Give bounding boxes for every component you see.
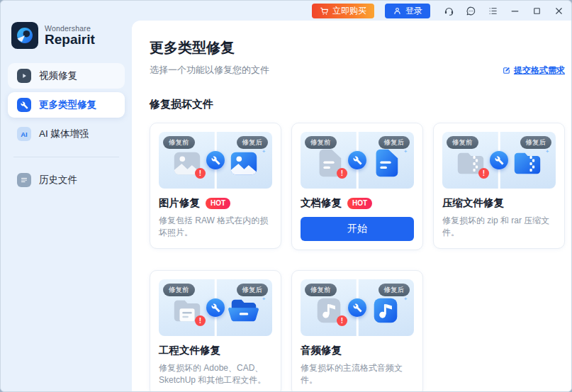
- message-icon[interactable]: [465, 5, 476, 16]
- error-badge-icon: !: [337, 315, 347, 326]
- card-title: 文档修复: [301, 196, 342, 210]
- title-bar: 立即购买 登录: [1, 1, 571, 21]
- sparkle-icon: ✦: [403, 149, 408, 154]
- repaired-file-icon: [228, 147, 260, 179]
- sidebar-item-label: 更多类型修复: [39, 99, 96, 111]
- hot-badge: HOT: [206, 198, 230, 209]
- before-badge: 修复前: [305, 136, 337, 149]
- app-window: 立即购买 登录 Wondershare Repairit: [0, 0, 572, 392]
- cart-icon: [320, 6, 329, 16]
- sidebar-divider: [13, 157, 119, 157]
- wrench-icon: [348, 151, 366, 169]
- wrench-icon: [17, 98, 31, 112]
- sidebar-item-history-list[interactable]: 历史文件: [8, 167, 125, 193]
- repairit-logo-icon: [11, 22, 38, 49]
- error-badge-icon: !: [195, 315, 206, 326]
- maximize-icon[interactable]: [531, 5, 542, 16]
- edit-icon: [502, 66, 511, 75]
- wrench-icon: [348, 298, 366, 317]
- before-after-preview: 修复前 修复后 ! ✦ ✦: [442, 132, 556, 189]
- after-badge: 修复后: [378, 136, 410, 149]
- format-request-link[interactable]: 提交格式需求: [502, 65, 565, 77]
- page-title: 更多类型修复: [150, 38, 269, 57]
- login-button[interactable]: 登录: [385, 4, 430, 18]
- sidebar-item-ai[interactable]: AI AI 媒体增强: [8, 121, 125, 147]
- repaired-file-icon: [228, 294, 260, 327]
- before-after-preview: 修复前 修复后 ! ✦ ✦: [159, 132, 272, 189]
- history-list-icon: [17, 173, 31, 187]
- start-button[interactable]: 开始: [301, 217, 414, 241]
- sidebar-item-label: 视频修复: [39, 69, 77, 82]
- before-badge: 修复前: [163, 284, 195, 296]
- wrench-icon: [206, 151, 225, 169]
- before-badge: 修复前: [447, 136, 478, 149]
- sidebar-item-label: AI 媒体增强: [39, 128, 89, 140]
- brand: Wondershare Repairit: [11, 22, 132, 49]
- close-icon[interactable]: [553, 5, 564, 16]
- buy-now-button[interactable]: 立即购买: [312, 4, 374, 18]
- after-badge: 修复后: [378, 284, 410, 296]
- repair-card-document[interactable]: 修复前 修复后 ! ✦ ✦ 文档修复 HOT: [291, 123, 423, 250]
- section-title: 修复损坏文件: [150, 98, 563, 111]
- wrench-icon: [206, 298, 225, 317]
- repair-card-image[interactable]: 修复前 修复后 ! ✦ ✦ 图片修复 HOT: [150, 123, 281, 249]
- error-badge-icon: !: [478, 168, 489, 179]
- error-badge-icon: !: [195, 168, 206, 179]
- card-title: 压缩文件修复: [442, 196, 504, 210]
- repair-card-project[interactable]: 修复前 修复后 ! ✦ ✦ 工程文件修复: [150, 270, 281, 392]
- after-badge: 修复后: [520, 136, 552, 149]
- after-badge: 修复后: [237, 284, 269, 296]
- repair-card-audio[interactable]: 修复前 修复后 ! ✦ ✦ 音频修复: [291, 270, 423, 392]
- minimize-icon[interactable]: [509, 5, 520, 16]
- before-after-preview: 修复前 修复后 ! ✦ ✦: [301, 279, 414, 336]
- card-title: 图片修复: [159, 196, 200, 210]
- sparkle-icon: ✦: [545, 149, 549, 154]
- card-description: 修复包括 RAW 格式在内的损坏照片。: [159, 215, 272, 240]
- repaired-file-icon: [369, 294, 402, 327]
- before-after-preview: 修复前 修复后 ! ✦ ✦: [301, 132, 414, 189]
- wrench-icon: [490, 151, 508, 169]
- cards-grid: 修复前 修复后 ! ✦ ✦ 图片修复 HOT: [150, 123, 568, 392]
- error-badge-icon: !: [337, 168, 347, 179]
- before-badge: 修复前: [305, 284, 337, 296]
- card-description: 修复损坏的 zip 和 rar 压缩文件。: [442, 215, 556, 240]
- list-menu-icon[interactable]: [487, 5, 498, 16]
- sparkle-icon: ✦: [403, 296, 408, 301]
- person-icon: [393, 6, 402, 16]
- repair-card-zip[interactable]: 修复前 修复后 ! ✦ ✦ 压缩文件修复: [433, 123, 565, 249]
- after-badge: 修复后: [237, 136, 269, 149]
- main-panel: 更多类型修复 选择一个功能以修复您的文件 提交格式需求 修复损坏文件 修复前 修…: [132, 21, 571, 391]
- sparkle-icon: ✦: [262, 296, 266, 301]
- repaired-file-icon: [511, 147, 544, 179]
- sparkle-icon: ✦: [262, 149, 266, 154]
- video-play-icon: [17, 69, 31, 83]
- ai-icon: AI: [17, 127, 31, 141]
- card-title: 工程文件修复: [159, 344, 220, 357]
- brand-repairit: Repairit: [45, 33, 95, 47]
- headset-icon[interactable]: [443, 5, 454, 16]
- sidebar-item-wrench[interactable]: 更多类型修复: [8, 92, 125, 118]
- hot-badge: HOT: [347, 198, 372, 209]
- repaired-file-icon: [369, 147, 402, 179]
- before-after-preview: 修复前 修复后 ! ✦ ✦: [159, 279, 272, 336]
- sidebar-menu: 视频修复 更多类型修复 AI AI 媒体增强 历史文件: [1, 63, 132, 193]
- card-description: 修复损坏的 Adobe、CAD、SketchUp 和其他工程文件。: [159, 362, 272, 387]
- page-subtitle: 选择一个功能以修复您的文件: [150, 64, 269, 77]
- card-description: 修复损坏的主流格式音频文件。: [301, 362, 414, 387]
- before-badge: 修复前: [163, 136, 195, 149]
- sidebar: Wondershare Repairit 视频修复 更多类型修复 AI AI 媒…: [1, 1, 132, 391]
- sidebar-item-video-play[interactable]: 视频修复: [8, 63, 125, 89]
- sidebar-item-label: 历史文件: [39, 174, 77, 186]
- card-title: 音频修复: [301, 344, 342, 357]
